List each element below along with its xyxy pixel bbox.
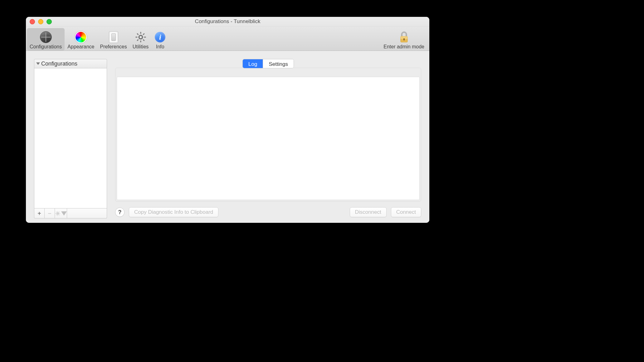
button-label: Disconnect [355,209,381,215]
svg-rect-5 [144,37,146,37]
button-label: Connect [396,209,416,215]
segmented-label: Log [248,61,257,67]
svg-rect-2 [140,32,141,34]
svg-rect-9 [143,39,144,41]
enter-admin-mode-button[interactable]: Enter admin mode [380,28,427,51]
bottom-button-row: ? Copy Diagnostic Info to Clipboard Disc… [115,206,421,218]
sidebar-footer: + − [34,208,107,218]
svg-rect-16 [57,211,58,212]
remove-configuration-button[interactable]: − [45,208,55,218]
toolbar-tab-configurations[interactable]: Configurations [27,28,65,51]
sidebar-footer-spacer [67,208,107,218]
titlebar: Configurations - Tunnelblick [26,17,429,27]
minimize-window-button[interactable] [38,19,43,24]
svg-rect-13 [403,39,404,41]
segmented-label: Settings [269,61,288,67]
svg-rect-18 [55,213,56,213]
question-icon: ? [118,209,122,216]
toolbar-label: Info [156,44,164,49]
svg-point-1 [139,36,142,38]
help-button[interactable]: ? [115,208,124,217]
toolbar-label: Preferences [100,44,127,49]
close-window-button[interactable] [30,19,35,24]
log-textview[interactable] [117,77,420,200]
svg-point-15 [57,213,58,214]
network-globe-icon [40,31,52,43]
window-controls [30,19,52,24]
app-window: Configurations - Tunnelblick Configurati… [26,17,429,223]
sidebar-header-label: Configurations [41,61,77,67]
svg-rect-17 [57,215,58,216]
svg-rect-19 [59,213,60,213]
toolbar-tab-preferences[interactable]: Preferences [97,28,129,51]
svg-rect-7 [137,39,139,41]
button-label: Copy Diagnostic Info to Clipboard [134,209,213,215]
toolbar: Configurations Appearance Preferences [26,27,429,51]
toolbar-tab-info[interactable]: i Info [151,28,169,51]
add-configuration-button[interactable]: + [34,208,45,218]
sidebar-header[interactable]: Configurations [34,59,107,68]
toolbar-label: Configurations [30,44,62,49]
segmented-tab-settings[interactable]: Settings [263,59,293,68]
svg-rect-20 [59,212,60,213]
svg-rect-6 [143,33,144,35]
main-panel: Log Settings ? Copy Diagnostic Info to C… [115,59,421,218]
toolbar-tab-appearance[interactable]: Appearance [65,28,97,51]
color-wheel-icon [75,31,87,43]
disconnect-button[interactable]: Disconnect [350,207,387,217]
content-area: Configurations + − [26,51,429,223]
configuration-actions-menu[interactable] [55,208,67,218]
configurations-sidebar: Configurations + − [34,59,107,218]
main-frame [115,68,421,202]
plus-icon: + [37,210,41,217]
connect-button[interactable]: Connect [391,207,421,217]
svg-rect-3 [140,41,141,42]
configurations-list[interactable] [34,68,107,208]
log-settings-segmented-control: Log Settings [242,59,294,68]
disclosure-triangle-icon [36,62,40,65]
minus-icon: − [48,210,51,217]
zoom-window-button[interactable] [46,19,52,24]
svg-rect-23 [59,214,60,215]
segmented-tab-log[interactable]: Log [243,59,263,68]
info-icon: i [154,31,166,43]
admin-mode-label: Enter admin mode [383,44,424,49]
toolbar-label: Utilities [133,44,149,49]
toolbar-tab-utilities[interactable]: Utilities [130,28,152,51]
svg-rect-21 [56,214,57,215]
svg-rect-22 [56,212,57,213]
svg-rect-4 [135,37,137,37]
gear-icon [135,31,147,43]
svg-rect-8 [137,33,139,35]
window-title: Configurations - Tunnelblick [195,18,261,25]
copy-diagnostic-button[interactable]: Copy Diagnostic Info to Clipboard [129,207,218,217]
toolbar-label: Appearance [67,44,94,49]
gear-dropdown-icon [55,211,67,216]
lock-icon [398,31,410,43]
switch-icon [108,31,120,43]
